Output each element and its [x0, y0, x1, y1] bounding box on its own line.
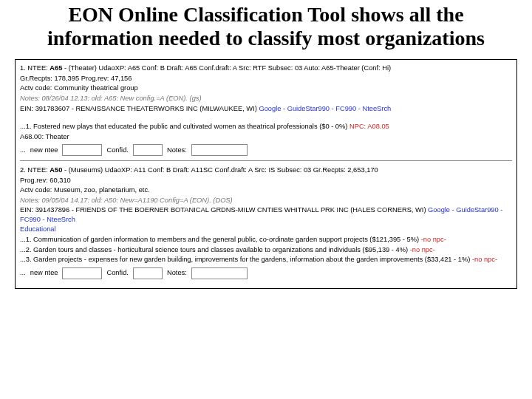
record-2: 2. NTEE: A50 - (Museums) UdaoXP: A11 Con… — [20, 166, 512, 279]
body-line-3: ...3. Garden projects - expenses for new… — [20, 255, 512, 265]
body-line-1: ...1. Communication of garden informatio… — [20, 235, 512, 245]
ntee-code: A50 — [50, 166, 62, 174]
npc-text: -no npc- — [410, 246, 435, 253]
notes-label: Notes: — [167, 146, 187, 155]
ntee-prefix: 1. NTEE: — [20, 64, 50, 72]
notes-input[interactable] — [191, 144, 248, 156]
confid-input[interactable] — [133, 267, 163, 279]
actv-line: Actv code: Museum, zoo, planetarium, etc… — [20, 185, 512, 195]
body-text: ...3. Garden projects - expenses for new… — [20, 256, 472, 263]
confid-label: Confid. — [106, 146, 128, 155]
ein-text: EIN: 391437896 - FRIENDS OF THE BOERNER … — [20, 206, 428, 214]
body-text: ...1. Communication of garden informatio… — [20, 236, 421, 243]
notes-line: Notes: 09/05/04 14.17: old: A50: New=A11… — [20, 196, 512, 205]
npc-text: NPC: A08.05 — [349, 123, 389, 130]
notes-label: Notes: — [167, 268, 187, 278]
confid-input[interactable] — [133, 144, 163, 156]
ntee-line: 2. NTEE: A50 - (Museums) UdaoXP: A11 Con… — [20, 166, 512, 175]
actv-line: Actv code: Community theatrical group — [20, 83, 512, 93]
ntee-line: 1. NTEE: A65 - (Theater) UdaoXP: A65 Con… — [20, 64, 512, 73]
progrev-line: Prog.rev: 60,310 — [20, 176, 512, 185]
links[interactable]: Google - GuideStar990 - FC990 - NteeSrch — [259, 105, 391, 112]
new-ntee-label: new ntee — [30, 146, 58, 155]
slide: EON Online Classification Tool shows all… — [0, 0, 532, 399]
notes-line: Notes: 08/26/04 12.13: old: A65: New con… — [20, 94, 512, 103]
ntee-rest: - (Theater) UdaoXP: A65 Conf: B Draft: A… — [62, 64, 391, 72]
receipts-line: Gr.Recpts: 178,395 Prog.rev: 47,156 — [20, 74, 512, 83]
ntee-code: A65 — [50, 64, 62, 72]
slide-title: EON Online Classification Tool shows all… — [44, 3, 488, 50]
ein-line: EIN: 391783607 - RENAISSANCE THEATERWORK… — [20, 104, 512, 114]
confid-label: Confid. — [106, 268, 128, 278]
new-ntee-label: new ntee — [30, 268, 58, 278]
body-line-2: A68.00: Theater — [20, 132, 512, 142]
npc-text: -no npc- — [472, 256, 497, 263]
body-line-2: ...2. Garden tours and classes - horticu… — [20, 245, 512, 255]
separator — [20, 160, 512, 161]
body-text: ...1. Fostered new plays that educated t… — [20, 123, 349, 130]
ein-line: EIN: 391437896 - FRIENDS OF THE BOERNER … — [20, 205, 512, 224]
body-text: ...2. Garden tours and classes - horticu… — [20, 246, 410, 253]
classification-panel: 1. NTEE: A65 - (Theater) UdaoXP: A65 Con… — [15, 59, 517, 288]
entry-row-1: ... new ntee Confid. Notes: — [20, 144, 512, 156]
dotdotdot: ... — [20, 146, 26, 155]
ntee-prefix: 2. NTEE: — [20, 166, 50, 174]
educational-line: Educational — [20, 225, 512, 234]
ntee-rest: - (Museums) UdaoXP: A11 Conf: B Draft: A… — [62, 166, 378, 174]
body-line-1: ...1. Fostered new plays that educated t… — [20, 122, 512, 132]
record-1: 1. NTEE: A65 - (Theater) UdaoXP: A65 Con… — [20, 64, 512, 156]
new-ntee-input[interactable] — [62, 144, 102, 156]
entry-row-2: ... new ntee Confid. Notes: — [20, 267, 512, 279]
ein-text: EIN: 391783607 - RENAISSANCE THEATERWORK… — [20, 105, 259, 112]
new-ntee-input[interactable] — [62, 267, 102, 279]
npc-text: -no npc- — [421, 236, 446, 243]
notes-input[interactable] — [191, 267, 248, 279]
dotdotdot: ... — [20, 268, 26, 278]
